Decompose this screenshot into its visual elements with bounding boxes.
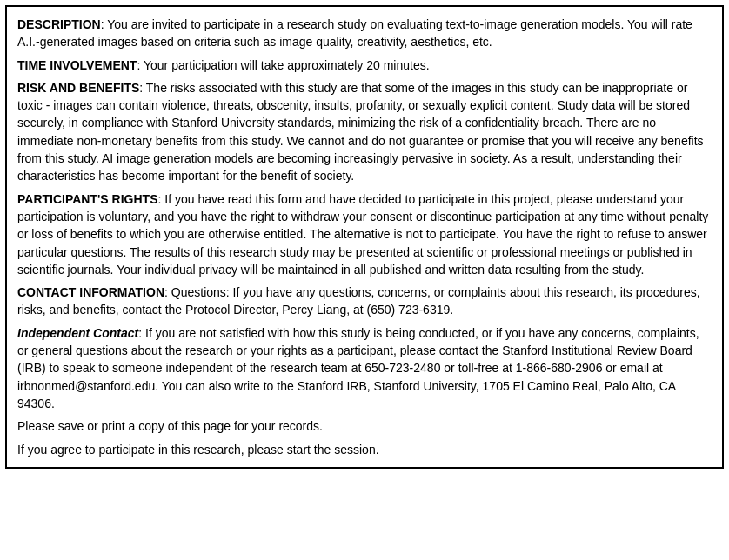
description-paragraph: DESCRIPTION: You are invited to particip… bbox=[17, 16, 712, 51]
independent-paragraph: Independent Contact: If you are not sati… bbox=[17, 324, 712, 412]
contact-label: CONTACT INFORMATION bbox=[17, 285, 164, 299]
save-text: Please save or print a copy of this page… bbox=[17, 419, 323, 433]
agree-paragraph: If you agree to participate in this rese… bbox=[17, 441, 712, 458]
contact-paragraph: CONTACT INFORMATION: Questions: If you h… bbox=[17, 283, 712, 319]
rights-paragraph: PARTICIPANT'S RIGHTS: If you have read t… bbox=[17, 190, 712, 278]
time-label: TIME INVOLVEMENT bbox=[17, 58, 137, 72]
independent-label: Independent Contact bbox=[17, 326, 138, 340]
consent-form: DESCRIPTION: You are invited to particip… bbox=[5, 5, 724, 469]
save-paragraph: Please save or print a copy of this page… bbox=[17, 417, 712, 435]
description-label: DESCRIPTION bbox=[17, 17, 101, 31]
agree-text: If you agree to participate in this rese… bbox=[17, 443, 379, 457]
risk-label: RISK AND BENEFITS bbox=[17, 81, 139, 95]
time-paragraph: TIME INVOLVEMENT: Your participation wil… bbox=[17, 57, 712, 74]
time-text: : Your participation will take approxima… bbox=[137, 58, 429, 72]
risk-paragraph: RISK AND BENEFITS: The risks associated … bbox=[17, 79, 712, 185]
risk-text: : The risks associated with this study a… bbox=[17, 81, 704, 183]
description-text: : You are invited to participate in a re… bbox=[17, 17, 692, 49]
rights-label: PARTICIPANT'S RIGHTS bbox=[17, 192, 157, 206]
